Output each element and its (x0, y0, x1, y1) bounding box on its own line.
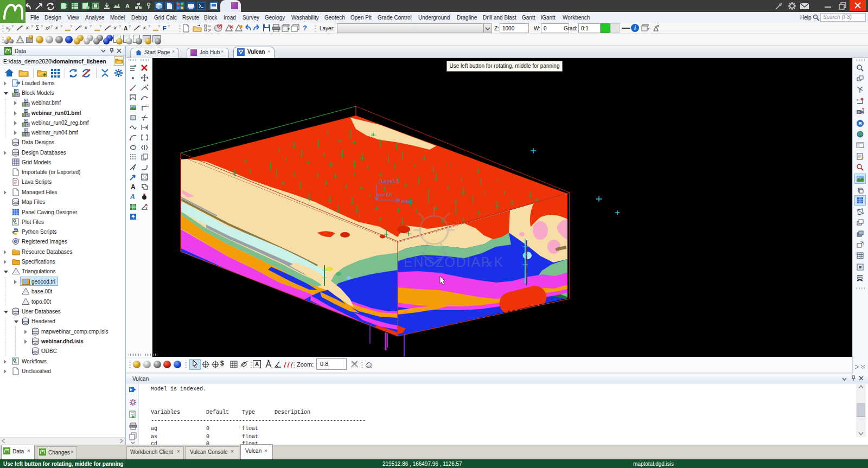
svg-text:?: ? (70, 24, 72, 28)
svg-text:Σ: Σ (36, 25, 39, 31)
svg-text:?: ? (41, 24, 43, 28)
svg-text:?: ? (21, 24, 23, 28)
svg-text:x: x (84, 25, 87, 30)
svg-text:x: x (55, 25, 58, 30)
svg-text:A: A (125, 3, 130, 9)
svg-text:east: east (401, 199, 413, 204)
svg-text:R: R (859, 121, 863, 126)
svg-text:?: ? (99, 24, 101, 28)
svg-text:?: ? (31, 24, 33, 28)
svg-text:x: x (143, 25, 146, 30)
svg-text:?: ? (138, 24, 141, 28)
svg-text:?: ? (90, 24, 92, 28)
svg-text:12: 12 (145, 104, 149, 107)
svg-text:x: x (113, 25, 117, 30)
svg-text:?: ? (168, 24, 170, 28)
svg-text:?: ? (60, 24, 62, 28)
svg-text:xy: xy (6, 25, 11, 31)
svg-text:?: ? (158, 24, 160, 28)
svg-text:A: A (130, 193, 135, 201)
svg-text:north: north (377, 193, 392, 198)
svg-text:?: ? (148, 24, 150, 28)
svg-text:?: ? (109, 24, 111, 28)
svg-text:[Level]: [Level] (378, 179, 399, 184)
svg-text:z: z (857, 98, 858, 101)
svg-text:F: F (163, 25, 167, 31)
svg-text:?: ? (129, 24, 131, 28)
svg-text:?: ? (50, 24, 53, 28)
svg-text:x²: x² (45, 25, 50, 31)
svg-text:?: ? (11, 24, 14, 28)
svg-text:A: A (124, 25, 127, 31)
svg-text:A: A (131, 183, 136, 191)
svg-text:?: ? (80, 24, 82, 28)
svg-text:x: x (25, 25, 29, 30)
svg-text:?: ? (119, 24, 121, 28)
svg-text:ENGΖODIA℞K: ENGΖODIA℞K (404, 254, 504, 270)
